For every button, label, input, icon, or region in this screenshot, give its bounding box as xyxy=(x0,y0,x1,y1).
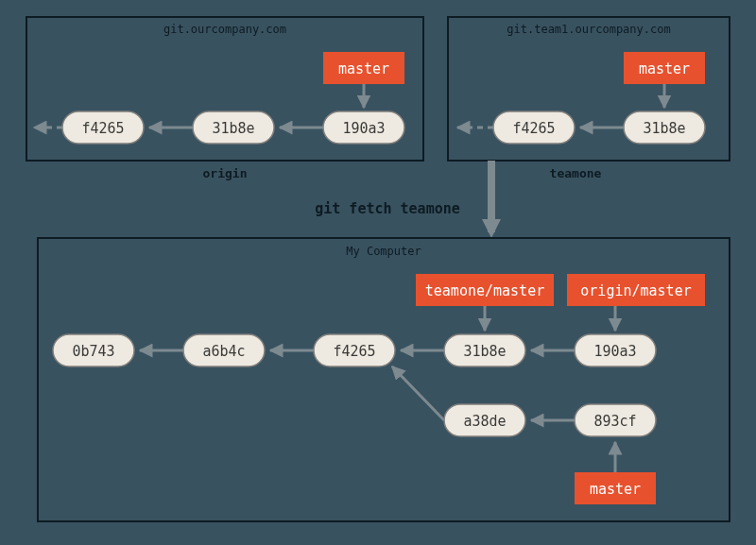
svg-text:31b8e: 31b8e xyxy=(463,343,506,360)
ref-local-master: master xyxy=(575,472,656,504)
origin-host: git.ourcompany.com xyxy=(163,23,286,36)
svg-text:190a3: 190a3 xyxy=(593,343,636,360)
ref-origin-master: origin/master xyxy=(567,274,705,306)
origin-ref-master: master xyxy=(323,52,404,84)
remote-origin-panel: git.ourcompany.com master f4265 31b8e 19… xyxy=(26,17,423,161)
svg-text:893cf: 893cf xyxy=(593,413,636,430)
teamone-caption: teamone xyxy=(550,166,602,180)
svg-text:master: master xyxy=(639,60,690,77)
commit-190a3: 190a3 xyxy=(575,334,656,366)
svg-text:31b8e: 31b8e xyxy=(212,120,254,137)
commit-f4265-origin: f4265 xyxy=(62,111,144,144)
diagram-root: git.ourcompany.com master f4265 31b8e 19… xyxy=(0,0,756,545)
commit-f4265: f4265 xyxy=(314,334,395,366)
svg-text:origin/master: origin/master xyxy=(580,282,691,299)
commit-a38de: a38de xyxy=(444,404,525,436)
commit-893cf: 893cf xyxy=(575,404,656,436)
svg-text:a38de: a38de xyxy=(463,413,506,430)
local-title: My Computer xyxy=(346,245,421,258)
svg-text:f4265: f4265 xyxy=(81,120,124,137)
commit-a6b4c: a6b4c xyxy=(183,334,265,366)
commit-f4265-teamone: f4265 xyxy=(493,111,575,144)
ref-teamone-master: teamone/master xyxy=(416,274,554,306)
svg-text:31b8e: 31b8e xyxy=(643,120,685,137)
teamone-ref-master: master xyxy=(624,52,705,84)
commit-31b8e-teamone: 31b8e xyxy=(624,111,705,144)
fetch-command-label: git fetch teamone xyxy=(315,200,460,217)
arrow-a38de-to-f4265 xyxy=(392,366,444,420)
svg-text:teamone/master: teamone/master xyxy=(425,282,544,299)
commit-31b8e-origin: 31b8e xyxy=(193,111,274,144)
origin-caption: origin xyxy=(203,166,248,180)
svg-text:a6b4c: a6b4c xyxy=(202,343,245,360)
remote-teamone-panel: git.team1.ourcompany.com master f4265 31… xyxy=(448,17,730,161)
svg-text:f4265: f4265 xyxy=(333,343,375,360)
commit-190a3-origin: 190a3 xyxy=(323,111,404,144)
commit-31b8e: 31b8e xyxy=(444,334,525,366)
svg-text:f4265: f4265 xyxy=(512,120,555,137)
local-panel: My Computer teamone/master origin/master… xyxy=(38,238,730,521)
teamone-host: git.team1.ourcompany.com xyxy=(507,23,670,36)
svg-text:master: master xyxy=(338,60,389,77)
svg-text:0b743: 0b743 xyxy=(72,343,114,360)
commit-0b743: 0b743 xyxy=(53,334,134,366)
svg-text:master: master xyxy=(590,481,641,498)
svg-text:190a3: 190a3 xyxy=(342,120,385,137)
